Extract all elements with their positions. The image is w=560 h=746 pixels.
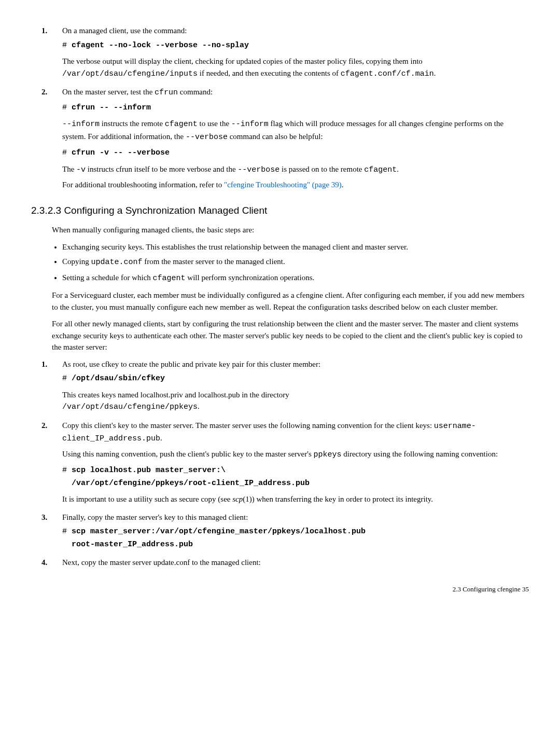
step-number: 2. [41, 420, 47, 432]
proc-step-3-intro: Finally, copy the master server's key to… [62, 512, 529, 523]
page-footer: 2.3 Configuring cfengine 35 [31, 584, 529, 595]
proc-step-3-command: # scp master_server:/var/opt/cfengine_ma… [62, 525, 529, 550]
text-fragment: if needed, and then executing the conten… [198, 69, 341, 77]
command-text: cfrun -v -- --verbose [72, 148, 170, 157]
command-text: cfagent --no-lock --verbose --no-splay [72, 41, 249, 50]
step-number: 4. [41, 557, 47, 569]
manpage-name: scp [232, 495, 243, 503]
text-fragment: instructs cfrun itself to be more verbos… [86, 165, 237, 173]
text-fragment: instructs the remote [100, 119, 165, 128]
flag-text: --inform [62, 120, 100, 129]
proc-step-2: 2. Copy this client's key to the master … [62, 420, 529, 505]
bullet-item: Copying update.conf from the master serv… [62, 256, 529, 269]
step-number: 1. [41, 25, 47, 37]
hash-prompt: # [62, 374, 72, 383]
command-indent [62, 540, 72, 549]
text-fragment: command: [178, 88, 213, 96]
step-2-command-2: # cfrun -v -- --verbose [62, 146, 529, 159]
command-text-line-1: scp master_server:/var/opt/cfengine_mast… [72, 527, 366, 536]
text-fragment: The verbose output will display the clie… [62, 57, 423, 65]
step-1-command: # cfagent --no-lock --verbose --no-splay [62, 39, 529, 52]
proc-step-1-intro: As root, use cfkey to create the public … [62, 358, 529, 370]
section-intro: When manually configuring managed client… [52, 224, 529, 236]
text-fragment: . [342, 181, 344, 189]
path-text: cfagent.conf/cf.main [341, 70, 434, 78]
top-steps-list: 1. On a managed client, use the command:… [31, 25, 529, 191]
command-name: cfagent [364, 165, 397, 174]
text-fragment: will perform synchronization operations. [186, 273, 315, 282]
step-number: 3. [41, 512, 47, 523]
text-fragment: The [62, 165, 76, 173]
text-fragment: This creates keys named localhost.priv a… [62, 391, 289, 399]
text-fragment: . [160, 434, 162, 442]
text-fragment: Using this naming convention, push the c… [62, 450, 313, 458]
step-2-explanation-2: The -v instructs cfrun itself to be more… [62, 163, 529, 176]
command-name: cfrun [155, 88, 178, 97]
cross-reference-link[interactable]: "cfengine Troubleshooting" (page 39) [224, 181, 342, 189]
command-text: cfrun -- --inform [72, 103, 151, 112]
flag-text: -v [76, 165, 86, 174]
proc-step-1-explanation: This creates keys named localhost.priv a… [62, 389, 529, 413]
text-fragment: to use the [198, 119, 231, 128]
dirname-text: ppkeys [313, 450, 341, 459]
command-text: /opt/dsau/sbin/cfkey [72, 374, 165, 383]
step-2-intro: On the master server, test the cfrun com… [62, 86, 529, 99]
step-number: 2. [41, 86, 47, 98]
step-1: 1. On a managed client, use the command:… [62, 25, 529, 80]
text-fragment: It is important to use a utility such as… [62, 495, 232, 503]
proc-step-2-command: # scp localhost.pub master_server:\ /var… [62, 464, 529, 489]
step-2-command-1: # cfrun -- --inform [62, 101, 529, 114]
hash-prompt: # [62, 527, 72, 536]
filename-text: update.conf [91, 258, 142, 267]
text-fragment: Copy this client's key to the master ser… [62, 421, 434, 430]
step-2: 2. On the master server, test the cfrun … [62, 86, 529, 191]
step-2-explanation-1: --inform instructs the remote cfagent to… [62, 118, 529, 143]
hash-prompt: # [62, 148, 72, 157]
proc-step-2-intro: Copy this client's key to the master ser… [62, 420, 529, 445]
proc-step-1: 1. As root, use cfkey to create the publ… [62, 358, 529, 413]
proc-step-2-explanation-2: It is important to use a utility such as… [62, 493, 529, 505]
proc-step-2-explanation-1: Using this naming convention, push the c… [62, 448, 529, 461]
proc-step-1-command: # /opt/dsau/sbin/cfkey [62, 372, 529, 385]
step-1-explanation: The verbose output will display the clie… [62, 56, 529, 80]
proc-step-4: 4. Next, copy the master server update.c… [62, 557, 529, 569]
text-fragment: Setting a schedule for which [62, 273, 153, 282]
hash-prompt: # [62, 466, 72, 475]
step-number: 1. [41, 358, 47, 370]
text-fragment: directory using the following naming con… [342, 450, 498, 458]
proc-step-3: 3. Finally, copy the master server's key… [62, 512, 529, 551]
path-text: /var/opt/dsau/cfengine/ppkeys [62, 403, 198, 411]
section-heading: 2.3.2.3 Configuring a Synchronization Ma… [31, 203, 529, 218]
text-fragment: command can also be helpful: [228, 132, 323, 141]
flag-text: --verbose [237, 165, 279, 174]
bullet-item: Setting a schedule for which cfagent wil… [62, 272, 529, 285]
step-2-explanation-3: For additional troubleshooting informati… [62, 179, 529, 191]
proc-step-4-intro: Next, copy the master server update.conf… [62, 557, 529, 569]
text-fragment: On the master server, test the [62, 88, 155, 96]
section-para-2: For all other newly managed clients, sta… [52, 318, 529, 353]
path-text: /var/opt/dsau/cfengine/inputs [62, 70, 198, 78]
text-fragment: . [198, 402, 200, 410]
text-fragment: from the master server to the managed cl… [142, 257, 285, 266]
text-fragment: . [397, 165, 399, 173]
flag-text: --verbose [186, 133, 228, 142]
command-name: cfagent [153, 274, 186, 283]
bullet-item: Exchanging security keys. This establish… [62, 241, 529, 253]
section-para-1: For a Serviceguard cluster, each member … [52, 289, 529, 313]
flag-text: --inform [231, 120, 269, 129]
section-bullets: Exchanging security keys. This establish… [31, 241, 529, 285]
hash-prompt: # [62, 41, 72, 50]
command-indent [62, 479, 72, 488]
text-fragment: For additional troubleshooting informati… [62, 181, 224, 189]
procedure-steps-list: 1. As root, use cfkey to create the publ… [31, 358, 529, 569]
text-fragment: is passed on to the remote [279, 165, 364, 173]
command-text-line-2: root-master_IP_address.pub [72, 540, 193, 549]
text-fragment: (1)) when transferring the key in order … [243, 495, 433, 503]
command-text-line-1: scp localhost.pub master_server:\ [72, 466, 226, 475]
text-fragment: Copying [62, 257, 91, 266]
command-name: cfagent [165, 120, 198, 129]
command-text-line-2: /var/opt/cfengine/ppkeys/root-client_IP_… [72, 479, 310, 488]
step-1-intro: On a managed client, use the command: [62, 25, 529, 37]
hash-prompt: # [62, 103, 72, 112]
text-fragment: . [434, 69, 436, 77]
